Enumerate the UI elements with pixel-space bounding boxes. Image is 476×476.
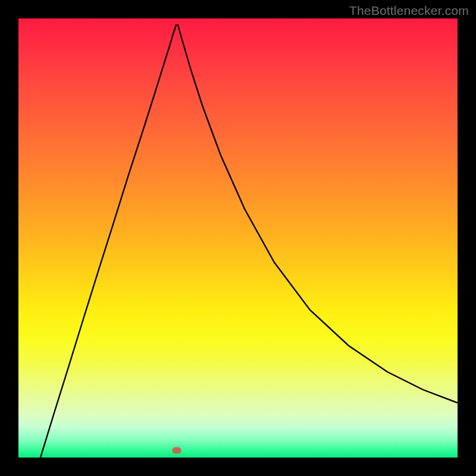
plot-area	[18, 18, 458, 458]
curve-svg	[18, 18, 458, 458]
chart-frame: TheBottlenecker.com	[0, 0, 476, 476]
watermark-text: TheBottlenecker.com	[349, 4, 469, 18]
minimum-marker	[173, 447, 181, 454]
curve-left-branch	[40, 25, 176, 458]
curve-right-branch	[178, 25, 458, 403]
